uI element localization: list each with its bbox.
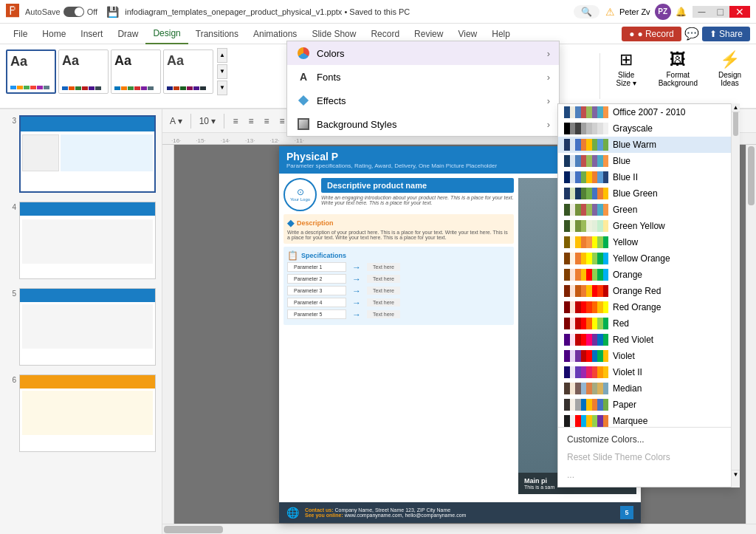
palette-footer-ellipsis: ... bbox=[558, 466, 734, 484]
slide-thumbnail-6[interactable]: 6 bbox=[3, 372, 159, 455]
palette-item-violet[interactable]: Violet bbox=[558, 348, 734, 364]
ribbon-scroll: ▲ ▼ ▼ bbox=[217, 48, 227, 95]
theme-swatch-2[interactable]: Aa bbox=[58, 49, 109, 94]
notifications-icon[interactable]: 🔔 bbox=[676, 7, 687, 17]
font-size-btn[interactable]: 10 ▾ bbox=[195, 114, 221, 129]
save-icon[interactable]: 💾 bbox=[106, 6, 119, 18]
theme-swatch-1[interactable]: Aa bbox=[6, 49, 56, 94]
palette-item-red-violet[interactable]: Red Violet bbox=[558, 332, 734, 348]
palette-item-marquee[interactable]: Marquee bbox=[558, 413, 734, 427]
tab-design[interactable]: Design bbox=[145, 24, 188, 44]
search-box[interactable]: 🔍 bbox=[574, 5, 599, 18]
theme-swatch-3[interactable]: Aa bbox=[111, 49, 161, 94]
palette-scroll-down-button[interactable]: ▼ bbox=[732, 470, 740, 479]
palette-item-green[interactable]: Green bbox=[558, 202, 734, 218]
text-format-btn[interactable]: A ▾ bbox=[165, 114, 187, 129]
scroll-up-button[interactable]: ▲ bbox=[217, 48, 227, 63]
slide-image-6[interactable] bbox=[19, 374, 156, 452]
palette-label-red-violet: Red Violet bbox=[613, 335, 653, 345]
palette-label-grayscale: Grayscale bbox=[613, 123, 653, 134]
slide-footer: 🌐 Contact us: Company Name, Street Name … bbox=[279, 502, 641, 523]
slide-image-4[interactable] bbox=[19, 202, 156, 279]
palette-item-violet-ii[interactable]: Violet II bbox=[558, 364, 734, 380]
tab-transitions[interactable]: Transitions bbox=[188, 24, 246, 44]
comment-icon[interactable]: 💬 bbox=[684, 27, 699, 41]
autosave-toggle[interactable] bbox=[63, 7, 84, 17]
avatar[interactable]: PZ bbox=[655, 4, 671, 20]
palette-item-blue-green[interactable]: Blue Green bbox=[558, 185, 734, 202]
align-left-btn[interactable]: ≡ bbox=[228, 114, 242, 129]
logo-circle: ⊙ Your Logo bbox=[284, 178, 317, 211]
fonts-menu-icon: A bbox=[296, 69, 311, 84]
slide-image-5[interactable] bbox=[19, 288, 156, 366]
slide-panel: 3 4 bbox=[0, 109, 162, 534]
palette-item-paper[interactable]: Paper bbox=[558, 397, 734, 413]
slide-thumbnail-5[interactable]: 5 bbox=[3, 285, 159, 369]
effects-diamond-icon bbox=[298, 95, 309, 106]
font-a-icon: A bbox=[300, 71, 307, 83]
align-right-btn[interactable]: ≡ bbox=[259, 114, 273, 129]
slide-size-label: SlideSize ▾ bbox=[616, 71, 636, 87]
slide-thumbnail-4[interactable]: 4 bbox=[3, 199, 159, 282]
slide-size-button[interactable]: ⊞ SlideSize ▾ bbox=[606, 47, 647, 90]
slide-vscrollbar[interactable] bbox=[746, 145, 756, 524]
slide-left-col: ⊙ Your Logo Descriptive product name Wri… bbox=[284, 178, 514, 494]
palette-item-blue-ii[interactable]: Blue II bbox=[558, 169, 734, 185]
tab-insert[interactable]: Insert bbox=[73, 24, 110, 44]
maximize-button[interactable]: □ bbox=[712, 6, 729, 18]
toggle-state: Off bbox=[87, 7, 97, 16]
slide-number-5: 5 bbox=[6, 288, 16, 298]
palette-item-green-yellow[interactable]: Green Yellow bbox=[558, 218, 734, 234]
palette-item-yellow-orange[interactable]: Yellow Orange bbox=[558, 250, 734, 267]
share-button[interactable]: ⬆ Share bbox=[702, 27, 750, 41]
palette-item-blue-warm[interactable]: Blue Warm bbox=[558, 137, 734, 153]
palette-item-orange-red[interactable]: Orange Red bbox=[558, 283, 734, 299]
colors-menu-item-fonts[interactable]: A Fonts › bbox=[287, 65, 559, 89]
palette-swatch-blue bbox=[564, 155, 608, 167]
tab-file[interactable]: File bbox=[6, 24, 35, 44]
close-button[interactable]: ✕ bbox=[729, 6, 750, 18]
design-ideas-button[interactable]: ⚡ DesignIdeas bbox=[709, 47, 750, 90]
backgrounds-chevron-icon: › bbox=[547, 119, 550, 130]
record-button[interactable]: ● ● Record bbox=[622, 27, 681, 41]
tab-home[interactable]: Home bbox=[35, 24, 73, 44]
search-icon: 🔍 bbox=[581, 7, 592, 17]
palette-item-grayscale[interactable]: Grayscale bbox=[558, 120, 734, 137]
slide-hscrollbar[interactable] bbox=[162, 524, 756, 534]
scroll-expand-button[interactable]: ▼ bbox=[217, 81, 227, 95]
palette-scrollbar[interactable]: ▼ ▲ bbox=[731, 103, 740, 487]
palette-scroll-area[interactable]: Office 2007 - 2010 Grayscale bbox=[558, 104, 734, 427]
colors-menu-item-backgrounds[interactable]: Background Styles › bbox=[287, 112, 559, 136]
ribbon-actions: ⊞ SlideSize ▾ 🖼 FormatBackground ⚡ Desig… bbox=[606, 47, 750, 105]
autosave-label: AutoSave bbox=[25, 7, 61, 16]
minimize-button[interactable]: ─ bbox=[693, 6, 712, 18]
bg-icon bbox=[298, 118, 309, 130]
palette-item-yellow[interactable]: Yellow bbox=[558, 234, 734, 250]
palette-scroll-up-button[interactable]: ▲ bbox=[732, 103, 740, 112]
slide-size-icon: ⊞ bbox=[619, 50, 633, 69]
scroll-down-button[interactable]: ▼ bbox=[217, 64, 227, 79]
palette-item-red-orange[interactable]: Red Orange bbox=[558, 299, 734, 315]
slide-number-3: 3 bbox=[6, 115, 16, 125]
theme-swatch-4[interactable]: Aa bbox=[163, 49, 213, 94]
slide-image-3[interactable] bbox=[19, 115, 156, 193]
description-text: Write a description of your product here… bbox=[287, 230, 510, 240]
format-background-button[interactable]: 🖼 FormatBackground bbox=[653, 47, 704, 90]
colors-dropdown-menu: Colors › A Fonts › Effects › Background … bbox=[286, 41, 560, 137]
palette-item-red[interactable]: Red bbox=[558, 315, 734, 332]
slide-thumbnail-3[interactable]: 3 bbox=[3, 112, 159, 196]
colors-menu-item-colors[interactable]: Colors › bbox=[287, 41, 559, 65]
hscroll-thumb[interactable] bbox=[164, 526, 223, 533]
scroll-thumb[interactable] bbox=[748, 146, 755, 205]
tab-draw[interactable]: Draw bbox=[110, 24, 145, 44]
warning-icon: ⚠ bbox=[605, 6, 615, 18]
colors-menu-item-effects[interactable]: Effects › bbox=[287, 89, 559, 112]
ruler-vertical bbox=[162, 145, 174, 524]
align-center-btn[interactable]: ≡ bbox=[244, 114, 258, 129]
palette-item-blue[interactable]: Blue bbox=[558, 153, 734, 169]
palette-item-office2007[interactable]: Office 2007 - 2010 bbox=[558, 104, 734, 120]
palette-item-median[interactable]: Median bbox=[558, 380, 734, 397]
palette-item-orange[interactable]: Orange bbox=[558, 267, 734, 283]
customize-colors-button[interactable]: Customize Colors... bbox=[558, 431, 734, 448]
palette-swatch-orange-red bbox=[564, 285, 608, 297]
